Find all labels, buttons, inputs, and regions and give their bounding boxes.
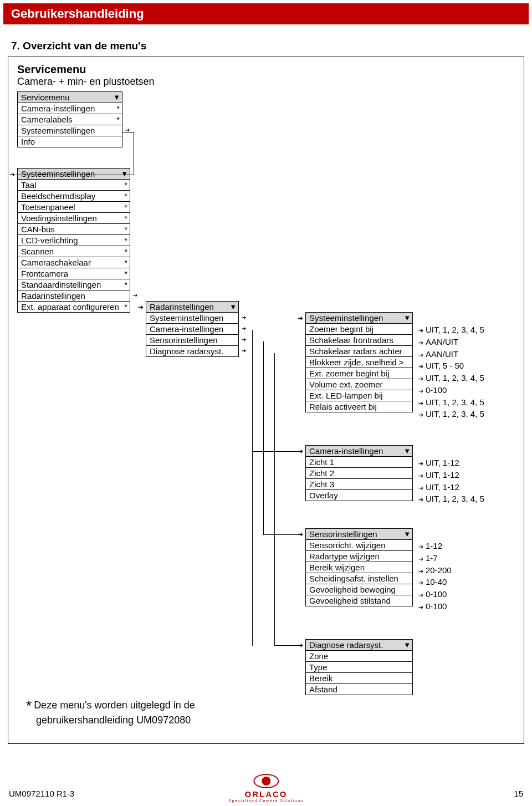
menu-item: Volume ext. zoemer xyxy=(306,379,412,390)
option-value: UIT, 1-12 xyxy=(418,481,484,493)
option-value: 0-100 xyxy=(418,384,484,396)
option-value: UIT, 1-12 xyxy=(418,457,484,469)
menu-item-label: Bereik xyxy=(309,674,333,683)
menu-title: Systeeminstellingen▼ xyxy=(306,313,412,324)
option-value: UIT, 1-12 xyxy=(418,469,484,481)
menu-item: Bereik wijzigen xyxy=(306,562,412,573)
menu-item: Zoemer begint bij xyxy=(306,324,412,335)
options-sys2: UIT, 1, 2, 3, 4, 5 AAN/UIT AAN/UIT UIT, … xyxy=(418,324,484,420)
option-value: 0-100 xyxy=(418,600,452,613)
option-value: 20-200 xyxy=(418,564,452,577)
option-value: UIT, 1, 2, 3, 4, 5 xyxy=(418,324,484,336)
chevron-down-icon: ▼ xyxy=(113,93,120,101)
menu-item: Systeeminstellingen xyxy=(146,313,238,324)
asterisk-icon: * xyxy=(124,269,127,278)
asterisk-icon: * xyxy=(124,213,127,223)
menu-item-label: Camera-instellingen xyxy=(21,104,95,113)
menu-item: CAN-bus* xyxy=(18,224,130,235)
menu-item-label: Zone xyxy=(309,651,328,661)
menu-box-sensor: Sensorinstellingen▼ Sensorricht. wijzige… xyxy=(305,528,413,606)
menu-item-label: Scannen xyxy=(21,247,54,256)
option-value: UIT, 1, 2, 3, 4, 5 xyxy=(418,493,484,505)
asterisk-icon: * xyxy=(124,191,127,201)
options-camera: UIT, 1-12 UIT, 1-12 UIT, 1-12 UIT, 1, 2,… xyxy=(418,457,484,505)
asterisk-icon: * xyxy=(26,697,32,714)
chevron-down-icon: ▼ xyxy=(403,641,411,649)
connector-line xyxy=(134,132,134,175)
menu-item-label: Sensorinstellingen xyxy=(150,335,218,345)
menu-item: Diagnose radarsyst. xyxy=(146,346,238,356)
option-value: 10-40 xyxy=(418,576,452,588)
menu-item-label: Sensorricht. wijzigen xyxy=(309,540,386,550)
menu-item-label: Frontcamera xyxy=(21,269,68,278)
menu-item-label: Systeeminstellingen xyxy=(150,313,223,323)
menu-title-text: Systeeminstellingen xyxy=(309,313,383,323)
menu-item-label: Voedingsinstellingen xyxy=(21,213,97,223)
asterisk-icon: * xyxy=(124,236,127,245)
menu-item: Ext. zoemer begint bij xyxy=(306,368,412,379)
menu-item-label: Ext. LED-lampen bij xyxy=(309,391,383,400)
menu-item: Frontcamera* xyxy=(18,268,130,279)
asterisk-icon: * xyxy=(124,302,127,312)
chevron-down-icon: ▼ xyxy=(403,314,411,322)
menu-item-label: Ext. apparaat configureren xyxy=(21,302,119,312)
connector-line xyxy=(252,451,302,452)
connector-line xyxy=(263,534,302,535)
connector-line xyxy=(274,645,302,646)
menu-item: Info xyxy=(18,136,122,147)
connector-line xyxy=(14,175,134,175)
menu-title: Sensorinstellingen▼ xyxy=(306,529,412,540)
menu-item-label: Radarinstellingen xyxy=(21,291,85,300)
menu-item: Cameralabels* xyxy=(18,114,122,125)
menu-item: Gevoeligheid stilstand xyxy=(306,595,412,606)
brand-name: ORLACO xyxy=(228,789,303,799)
option-value: UIT, 1, 2, 3, 4, 5 xyxy=(418,408,484,420)
menu-title-text: Sensorinstellingen xyxy=(309,529,377,539)
menu-item-label: Zicht 3 xyxy=(309,479,334,489)
menu-item-label: Schakelaar radars achter xyxy=(309,346,402,356)
section-title: 7. Overzicht van de menu's xyxy=(11,40,532,52)
asterisk-icon: * xyxy=(124,225,127,234)
option-value: UIT, 5 - 50 xyxy=(418,360,484,372)
menu-item-label: Diagnose radarsyst. xyxy=(150,346,223,356)
asterisk-icon: * xyxy=(116,104,120,113)
arrow-right-icon: ➔ xyxy=(298,314,303,322)
menu-item: LCD-verlichting* xyxy=(18,235,130,246)
menu-item-label: Cameralabels xyxy=(21,115,73,124)
eye-icon xyxy=(253,774,279,788)
menu-item-label: Gevoeligheid beweging xyxy=(309,585,396,594)
option-value: UIT, 1, 2, 3, 4, 5 xyxy=(418,372,484,384)
chevron-down-icon: ▼ xyxy=(403,530,411,538)
menu-item: Zicht 1 xyxy=(306,457,412,468)
menu-item-label: Overlay xyxy=(309,491,338,500)
menu-item: Bereik xyxy=(306,673,412,684)
connector-line xyxy=(274,353,275,646)
menu-box-systeem: Systeeminstellingen▼ Taal* Beeldschermdi… xyxy=(17,168,130,313)
chevron-down-icon: ▼ xyxy=(403,447,411,455)
menu-item: Radartype wijzigen xyxy=(306,551,412,562)
options-sensor: 1-12 1-7 20-200 10-40 0-100 0-100 xyxy=(418,540,452,613)
menu-item: Camera-instellingen* xyxy=(18,103,122,114)
menu-item: Sensorricht. wijzigen xyxy=(306,540,412,551)
footnote: *Deze menu's worden uitgelegd in de gebr… xyxy=(26,697,195,727)
brand-logo: ORLACO Specialised Camera Solutions xyxy=(228,774,303,803)
menu-item-label: Bereik wijzigen xyxy=(309,563,365,572)
connector-line xyxy=(252,330,253,646)
menu-item: Type xyxy=(306,662,412,673)
menu-title: Systeeminstellingen▼ xyxy=(18,169,130,180)
menu-item: Camera-instellingen xyxy=(146,324,238,335)
menu-item: Zicht 3 xyxy=(306,479,412,490)
menu-item: Scheidingsafst. instellen xyxy=(306,573,412,584)
servicemenu-heading: Servicemenu xyxy=(17,63,518,76)
menu-title-text: Servicemenu xyxy=(21,93,70,102)
footnote-line2: gebruikershandleiding UM0972080 xyxy=(36,715,191,726)
menu-item: Overlay xyxy=(306,490,412,501)
asterisk-icon: * xyxy=(124,180,127,190)
menu-item: Zicht 2 xyxy=(306,468,412,479)
menu-item: Ext. LED-lampen bij xyxy=(306,390,412,401)
chevron-down-icon: ▼ xyxy=(229,303,237,311)
menu-item-label: CAN-bus xyxy=(21,225,55,234)
menu-box-diagnose: Diagnose radarsyst.▼ Zone Type Bereik Af… xyxy=(305,639,413,695)
menu-item-label: Beeldschermdisplay xyxy=(21,191,95,201)
menu-item-label: Volume ext. zoemer xyxy=(309,380,383,389)
